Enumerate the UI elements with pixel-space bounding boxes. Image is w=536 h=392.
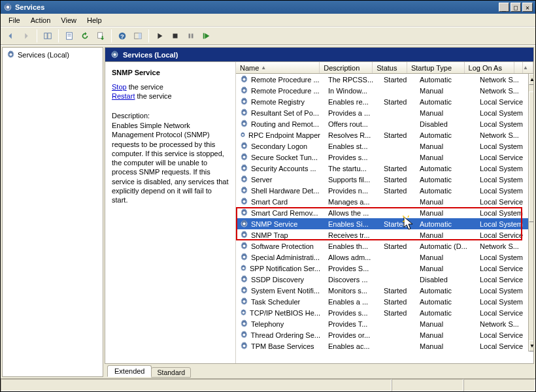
gear-icon — [240, 220, 248, 228]
tab-standard[interactable]: Standard — [151, 367, 191, 378]
svg-rect-15 — [203, 33, 205, 39]
gear-icon — [240, 164, 248, 172]
table-row[interactable]: SNMP TrapReceives tr...ManualLocal Servi… — [236, 229, 528, 240]
table-row[interactable]: TPM Base ServicesEnables ac...ManualLoca… — [236, 340, 528, 351]
table-row[interactable]: Secondary LogonEnables st...ManualLocal … — [236, 140, 528, 152]
col-scroll-head: ▲ — [523, 62, 533, 73]
restart-service-button[interactable] — [199, 29, 214, 43]
vertical-scrollbar[interactable]: ▲ ▼ — [528, 74, 533, 351]
col-description[interactable]: Description — [320, 62, 373, 73]
gear-icon — [240, 97, 248, 106]
scroll-down-button[interactable]: ▼ — [529, 340, 533, 351]
gear-icon — [240, 275, 248, 284]
action-pane-button[interactable] — [131, 29, 145, 43]
help-button[interactable]: ? — [115, 29, 129, 43]
pane-title: Services (Local) — [123, 51, 178, 59]
table-row[interactable]: Remote Procedure ...The RPCSS...StartedA… — [236, 74, 528, 85]
tab-extended[interactable]: Extended — [107, 365, 152, 377]
col-name[interactable]: Name▲ — [236, 62, 320, 73]
table-row[interactable]: Remote Procedure ...In Window...ManualNe… — [236, 85, 528, 96]
gear-icon — [240, 264, 247, 272]
scroll-track[interactable] — [529, 85, 533, 340]
refresh-button[interactable] — [78, 29, 92, 43]
stop-link[interactable]: Stop — [112, 83, 127, 91]
table-row[interactable]: ServerSupports fil...StartedAutomaticLoc… — [236, 174, 528, 185]
console-tree[interactable]: Services (Local) — [2, 47, 103, 377]
svg-rect-11 — [139, 33, 141, 39]
gear-icon — [240, 308, 247, 317]
gear-icon — [240, 131, 246, 139]
table-row[interactable]: Security Accounts ...The startu...Starte… — [236, 163, 528, 174]
table-row[interactable]: Special Administrati...Allows adm...Manu… — [236, 252, 528, 263]
table-row[interactable]: Shell Hardware Det...Provides n...Starte… — [236, 185, 528, 196]
col-status[interactable]: Status — [373, 62, 407, 73]
window-title: Services — [15, 3, 497, 11]
table-row[interactable]: SSDP DiscoveryDiscovers ...DisabledLocal… — [236, 274, 528, 285]
table-row[interactable]: Task SchedulerEnables a ...StartedAutoma… — [236, 296, 528, 307]
gear-icon — [240, 297, 248, 306]
detail-panel: SNMP Service Stop the service Restart th… — [105, 62, 236, 363]
svg-rect-7 — [98, 33, 103, 39]
gear-icon — [240, 253, 248, 261]
gear-icon — [240, 286, 248, 295]
selected-service-name: SNMP Service — [112, 69, 229, 76]
gear-icon — [240, 231, 248, 239]
table-row[interactable]: Secure Socket Tun...Provides s...ManualL… — [236, 152, 528, 163]
table-row[interactable]: Smart CardManages a...ManualLocal Servic… — [236, 196, 528, 207]
minimize-button[interactable]: _ — [499, 3, 509, 12]
col-log-on-as[interactable]: Log On As — [465, 62, 514, 73]
view-tabs: Extended Standard — [105, 364, 534, 377]
table-row[interactable]: SNMP ServiceEnables Si...StartedAutomati… — [236, 218, 528, 229]
svg-rect-2 — [44, 33, 47, 39]
table-row[interactable]: Software ProtectionEnables th...StartedA… — [236, 240, 528, 252]
forward-button[interactable] — [19, 29, 33, 43]
tree-node-services-local[interactable]: Services (Local) — [3, 48, 103, 61]
table-row[interactable]: Thread Ordering Se...Provides or...Manua… — [236, 329, 528, 340]
maximize-button[interactable]: □ — [511, 3, 521, 12]
properties-button[interactable] — [62, 29, 76, 43]
svg-rect-14 — [192, 34, 193, 39]
gear-icon — [240, 120, 248, 128]
description-label: Description: — [112, 112, 229, 120]
menu-file[interactable]: File — [3, 15, 25, 25]
table-row[interactable]: TCP/IP NetBIOS He...Provides s...Started… — [236, 307, 528, 318]
back-button[interactable] — [3, 29, 18, 43]
close-button[interactable]: ✕ — [522, 3, 533, 12]
pause-service-button[interactable] — [184, 29, 198, 43]
export-list-button[interactable] — [93, 29, 108, 43]
scroll-up-button[interactable]: ▲ — [529, 74, 533, 85]
list-header: Name▲ Description Status Startup Type Lo… — [236, 62, 533, 74]
tree-node-label: Services (Local) — [18, 51, 69, 59]
app-icon — [3, 3, 12, 12]
svg-text:?: ? — [120, 33, 124, 40]
show-hide-tree-button[interactable] — [41, 29, 55, 43]
gear-icon — [240, 153, 248, 161]
table-row[interactable]: Routing and Remot...Offers rout...Disabl… — [236, 118, 528, 129]
table-row[interactable]: System Event Notifi...Monitors s...Start… — [236, 285, 528, 296]
menu-view[interactable]: View — [56, 15, 82, 25]
table-row[interactable]: RPC Endpoint MapperResolves R...StartedA… — [236, 129, 528, 140]
col-startup-type[interactable]: Startup Type — [407, 62, 465, 73]
table-row[interactable]: SPP Notification Ser...Provides S...Manu… — [236, 263, 528, 274]
menu-action[interactable]: Action — [25, 15, 56, 25]
gear-icon — [110, 50, 119, 59]
start-service-button[interactable] — [152, 29, 167, 43]
titlebar[interactable]: Services _ □ ✕ — [1, 1, 535, 14]
services-window: Services _ □ ✕ File Action View Help ? — [0, 0, 536, 392]
scroll-thumb[interactable] — [529, 91, 533, 222]
description-text: Enables Simple Network Management Protoc… — [112, 121, 229, 205]
status-cell — [1, 379, 392, 391]
table-row[interactable]: Resultant Set of Po...Provides a ...Manu… — [236, 107, 528, 118]
pane-header: Services (Local) — [105, 47, 534, 61]
gear-icon — [240, 142, 248, 150]
gear-icon — [240, 342, 248, 350]
table-row[interactable]: Smart Card Remov...Allows the ...ManualL… — [236, 207, 528, 218]
main-split: Services (Local) Services (Local) SNMP S… — [1, 45, 535, 378]
table-row[interactable]: TelephonyProvides T...ManualNetwork S... — [236, 318, 528, 329]
menu-help[interactable]: Help — [82, 15, 107, 25]
restart-link[interactable]: Restart — [112, 92, 135, 100]
stop-service-button[interactable] — [168, 29, 182, 43]
gear-icon — [240, 108, 248, 117]
table-row[interactable]: Remote RegistryEnables re...StartedAutom… — [236, 96, 528, 107]
svg-rect-3 — [48, 33, 51, 39]
